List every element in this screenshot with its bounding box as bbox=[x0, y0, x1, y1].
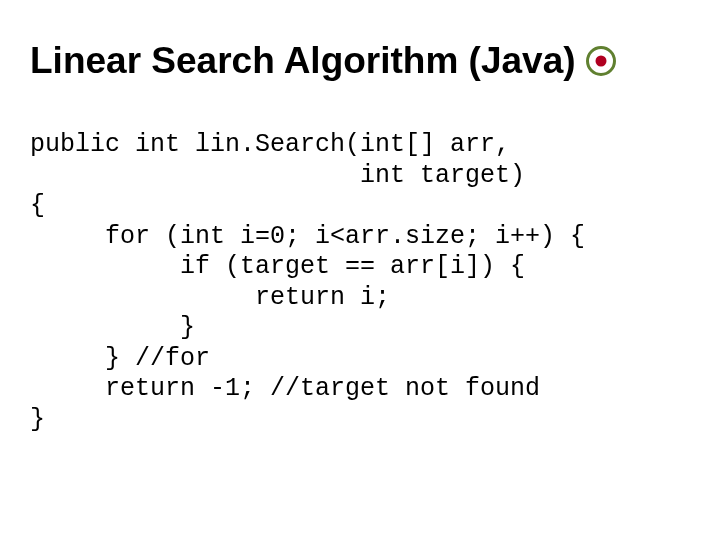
title-row: Linear Search Algorithm (Java) bbox=[30, 40, 690, 82]
slide-title: Linear Search Algorithm (Java) bbox=[30, 40, 576, 82]
code-line: } //for bbox=[30, 344, 210, 373]
slide: Linear Search Algorithm (Java) public in… bbox=[0, 0, 720, 540]
code-line: { bbox=[30, 191, 45, 220]
code-block: public int lin.Search(int[] arr, int tar… bbox=[30, 130, 690, 435]
target-icon bbox=[586, 46, 616, 76]
code-line: return i; bbox=[30, 283, 390, 312]
code-line: if (target == arr[i]) { bbox=[30, 252, 525, 281]
code-line: } bbox=[30, 313, 195, 342]
code-line: } bbox=[30, 405, 45, 434]
code-line: int target) bbox=[30, 161, 525, 190]
code-line: public int lin.Search(int[] arr, bbox=[30, 130, 510, 159]
code-line: for (int i=0; i<arr.size; i++) { bbox=[30, 222, 585, 251]
code-line: return -1; //target not found bbox=[30, 374, 540, 403]
